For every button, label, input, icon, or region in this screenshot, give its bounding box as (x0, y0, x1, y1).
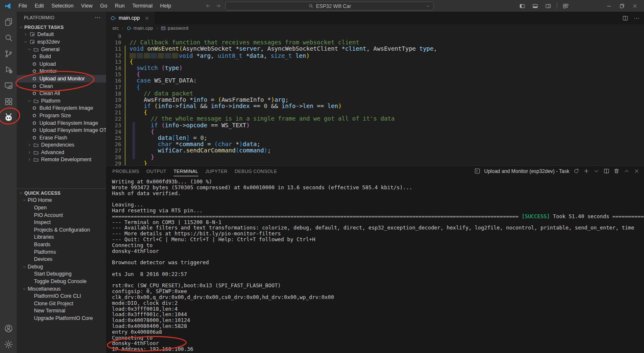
chevron-up-icon[interactable] (623, 168, 630, 174)
close-button[interactable] (628, 0, 644, 12)
project-tasks-item-advanced[interactable]: Advanced (17, 149, 106, 156)
code-line[interactable]: 24 { (106, 129, 644, 135)
arrow-left-icon[interactable] (205, 3, 211, 9)
code-line[interactable]: 22 // the whole message is in a single f… (106, 116, 644, 122)
quick-access-item-inspect[interactable]: Inspect (17, 219, 106, 226)
project-tasks-item-monitor[interactable]: Monitor (17, 68, 106, 75)
activity-extensions[interactable] (0, 93, 17, 109)
project-tasks-item-program-size[interactable]: Program Size (17, 112, 106, 119)
menu-terminal[interactable]: Terminal (128, 0, 156, 12)
project-tasks-item-clean-all[interactable]: Clean All (17, 90, 106, 97)
project-tasks-header[interactable]: PROJECT TASKS (17, 23, 106, 31)
project-tasks-item-build-filesystem-image[interactable]: Build Filesystem Image (17, 105, 106, 112)
quick-access-item-debug[interactable]: Debug (17, 263, 106, 271)
code-line[interactable]: 13{ (106, 59, 644, 65)
tab-main-cpp[interactable]: main.cpp (106, 12, 154, 24)
code-line[interactable]: 9 (106, 33, 644, 39)
more-icon[interactable] (634, 15, 640, 21)
menu-help[interactable]: Help (156, 0, 175, 12)
project-tasks-item-remote-development[interactable]: Remote Development (17, 156, 106, 164)
menu-run[interactable]: Run (111, 0, 128, 12)
layout-panel-bottom-button[interactable] (529, 0, 542, 12)
activity-remote-explorer[interactable] (0, 77, 17, 93)
project-tasks-item-erase-flash[interactable]: Erase Flash (17, 134, 106, 142)
split-editor-icon[interactable] (622, 15, 628, 21)
menu-selection[interactable]: Selection (48, 0, 78, 12)
close-tab-icon[interactable] (144, 15, 150, 21)
menu-go[interactable]: Go (96, 0, 111, 12)
minimize-button[interactable] (602, 0, 615, 12)
code-line[interactable]: 27 wifiCar.sendCarCommand(command); (106, 147, 644, 154)
code-line[interactable]: 10// Callback function that receives mes… (106, 39, 644, 46)
quick-access-item-platforms[interactable]: Platforms (17, 248, 106, 256)
panel-tab-problems[interactable]: PROBLEMS (112, 166, 139, 176)
breadcrumb-password[interactable]: password (161, 26, 188, 31)
quick-access-item-pio-account[interactable]: PIO Account (17, 211, 106, 219)
panel-tab-terminal[interactable]: TERMINAL (174, 166, 198, 176)
activity-explorer[interactable] (0, 14, 17, 30)
code-line[interactable]: 26 char *command = (char *)data; (106, 141, 644, 147)
code-line[interactable]: 21 { (106, 109, 644, 116)
split-editor-icon[interactable] (603, 168, 610, 174)
code-line[interactable]: 28 } (106, 154, 644, 160)
terminal-output[interactable]: Writing at 0x000fd93b... (100 %)Wrote 99… (106, 176, 644, 353)
chevron-down-icon[interactable] (425, 3, 431, 9)
quick-access-item-open[interactable]: Open (17, 204, 106, 211)
restore-button[interactable] (615, 0, 628, 12)
activity-settings-gear[interactable] (0, 336, 17, 352)
layout-sidebar-left-button[interactable] (516, 0, 529, 12)
quick-access-item-toggle-debug-console[interactable]: Toggle Debug Console (17, 278, 106, 285)
quick-access-item-boards[interactable]: Boards (17, 241, 106, 248)
menu-file[interactable]: File (15, 0, 31, 12)
project-tasks-item-upload-and-monitor[interactable]: Upload and Monitor (17, 75, 106, 82)
quick-access-item-miscellaneous[interactable]: Miscellaneous (17, 285, 106, 293)
command-center-search[interactable]: ESP32 Wifi Car (225, 2, 434, 10)
chevron-down-icon[interactable] (593, 168, 600, 174)
activity-search[interactable] (0, 30, 17, 46)
panel-tab-output[interactable]: OUTPUT (146, 166, 166, 176)
quick-access-item-devices[interactable]: Devices (17, 255, 106, 263)
plus-icon[interactable] (583, 168, 589, 174)
code-line[interactable]: 11void onWsEvent(AsyncWebSocket *server,… (106, 46, 644, 52)
layout-sidebar-right-button[interactable] (542, 0, 555, 12)
project-tasks-item-default[interactable]: Default (17, 31, 106, 39)
trash-icon[interactable] (613, 168, 620, 174)
code-editor[interactable]: 910// Callback function that receives me… (106, 32, 644, 165)
menu-edit[interactable]: Edit (31, 0, 48, 12)
code-line[interactable]: 19 AwsFrameInfo *info = (AwsFrameInfo *)… (106, 97, 644, 103)
restart-icon[interactable] (573, 168, 579, 174)
quick-access-header[interactable]: QUICK ACCESS (17, 189, 106, 197)
code-line[interactable]: 15 { (106, 71, 644, 77)
code-line[interactable]: 14 switch (type) (106, 65, 644, 71)
quick-access-item-new-terminal[interactable]: New Terminal (17, 307, 106, 315)
customize-layout-button[interactable] (559, 0, 572, 12)
code-line[interactable]: 17 { (106, 84, 644, 90)
activity-account[interactable] (0, 320, 17, 336)
activity-source-control[interactable] (0, 46, 17, 62)
project-tasks-item-general[interactable]: General (17, 46, 106, 53)
code-line[interactable]: 18 // data packet (106, 90, 644, 97)
quick-access-item-pio-home[interactable]: PIO Home (17, 197, 106, 204)
code-line[interactable]: 25 data[len] = 0; (106, 135, 644, 141)
menu-view[interactable]: View (77, 0, 96, 12)
quick-access-item-upgrade-platformio-core[interactable]: Upgrade PlatformIO Core (17, 314, 106, 322)
code-line[interactable]: 20 if (info->final && info->index == 0 &… (106, 103, 644, 109)
panel-tab-debug-console[interactable]: DEBUG CONSOLE (235, 166, 277, 176)
panel-task-label[interactable]: Upload and Monitor (esp32dev) - Task (484, 168, 569, 174)
code-line[interactable]: 16 case WS_EVT_DATA: (106, 77, 644, 84)
project-tasks-item-upload[interactable]: Upload (17, 60, 106, 68)
breadcrumb-main-cpp[interactable]: main.cpp (126, 26, 153, 31)
code-line[interactable]: 29 } (106, 160, 644, 165)
quick-access-item-start-debugging[interactable]: Start Debugging (17, 271, 106, 278)
project-tasks-item-dependencies[interactable]: Dependencies (17, 142, 106, 149)
activity-platformio[interactable] (0, 109, 17, 125)
close-icon[interactable] (634, 168, 640, 174)
project-tasks-item-build[interactable]: Build (17, 53, 106, 60)
breadcrumb-src[interactable]: src (112, 26, 119, 31)
quick-access-item-platformio-core-cli[interactable]: PlatformIO Core CLI (17, 292, 106, 300)
quick-access-item-projects-configuration[interactable]: Projects & Configuration (17, 226, 106, 234)
project-tasks-item-upload-filesystem-image-ota[interactable]: Upload Filesystem Image OTA (17, 126, 106, 134)
code-line[interactable]: 12void *arg, uint8_t *data, size_t len) (106, 52, 644, 59)
quick-access-item-libraries[interactable]: Libraries (17, 234, 106, 241)
project-tasks-item-esp32dev[interactable]: esp32dev (17, 38, 106, 46)
